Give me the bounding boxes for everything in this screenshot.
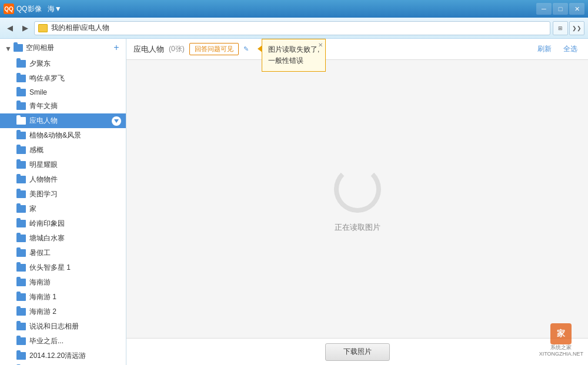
sidebar-item-label: 岭南印象园: [29, 219, 65, 229]
back-button[interactable]: ◀: [4, 21, 16, 36]
folder-icon: [16, 117, 26, 125]
sidebar-item[interactable]: 明星耀眼: [0, 158, 126, 172]
toolbar-right: ⊞ ❯❯: [553, 21, 584, 35]
forward-button[interactable]: ▶: [19, 21, 32, 36]
select-all-button[interactable]: 全选: [560, 43, 581, 55]
sidebar-item[interactable]: 植物&动物&风景: [0, 128, 126, 143]
folder-icon: [16, 205, 26, 213]
sidebar-item[interactable]: 塘城白水寨: [0, 231, 126, 246]
sidebar-item-label: 暑假工: [29, 248, 51, 258]
sidebar-item-label: 海南游 1: [29, 292, 56, 302]
sidebar-item-label: 伙头智多星 1: [29, 263, 71, 273]
sidebar-item-label: 海南游 2: [29, 307, 56, 317]
app-name-text: QQ影像: [16, 5, 42, 13]
minimize-button[interactable]: ─: [536, 3, 552, 15]
sidebar-item[interactable]: 鸣佐卓罗飞: [0, 71, 126, 86]
issue-button[interactable]: 回答问题可见: [189, 43, 239, 55]
sidebar-item-label: 明星耀眼: [29, 160, 58, 170]
sidebar-item-label: 海南游: [29, 277, 51, 287]
sidebar-item[interactable]: 海南游 1: [0, 290, 126, 304]
folder-icon: [16, 89, 26, 96]
folder-icon: [16, 220, 26, 227]
content-area: 图片读取失败了, 一般性错误 应电人物 (0张) 回答问题可见 ✎ 刷新 全选 …: [126, 39, 588, 365]
main-content: ▼ 空间相册 + 夕聚东鸣佐卓罗飞Smile青年文摘应电人物植物&动物&风景感概…: [0, 39, 588, 365]
image-area: 正在读取图片: [126, 60, 588, 338]
sidebar-item[interactable]: 2014.12.20清远游: [0, 349, 126, 363]
address-text: 我的相册\应电人物: [51, 23, 109, 33]
sidebar-item[interactable]: 美图学习: [0, 187, 126, 202]
sidebar-item[interactable]: 家: [0, 202, 126, 216]
sidebar-item-label: 2014.12.20清远游: [29, 351, 86, 361]
folder-icon: [16, 279, 26, 286]
sidebar-item-label: 塘城白水寨: [29, 233, 65, 243]
section-folder-icon: [13, 42, 24, 53]
sidebar-section-header[interactable]: ▼ 空间相册 +: [0, 39, 126, 56]
folder-icon: [16, 102, 26, 110]
sidebar-item-label: 植物&动物&风景: [29, 130, 81, 140]
folder-icon: [16, 293, 26, 301]
address-bar[interactable]: 我的相册\应电人物: [34, 21, 550, 35]
sidebar: ▼ 空间相册 + 夕聚东鸣佐卓罗飞Smile青年文摘应电人物植物&动物&风景感概…: [0, 39, 126, 365]
sidebar-item-label: Smile: [29, 88, 47, 96]
watermark-text: 系统之家XITONGZHIA.NET: [539, 344, 583, 358]
bottom-bar: 下载照片: [126, 338, 588, 365]
sidebar-item[interactable]: 暑假工: [0, 246, 126, 260]
folder-icon: [16, 235, 26, 242]
album-count: (0张): [169, 44, 185, 54]
download-badge: [112, 116, 121, 126]
add-album-button[interactable]: +: [112, 43, 121, 52]
app-logo: QQ: [4, 4, 14, 14]
collapse-arrow-icon: ▼: [5, 45, 11, 51]
popup-triangle: [258, 45, 262, 52]
folder-icon: [16, 249, 26, 257]
menu-item[interactable]: 海▼: [48, 5, 62, 13]
error-line1: 图片读取失败了,: [268, 44, 319, 55]
title-bar: QQ QQ影像 海▼ ─ □ ✕: [0, 0, 588, 18]
grid-button-2[interactable]: ❯❯: [569, 21, 584, 35]
sidebar-item[interactable]: 青年文摘: [0, 99, 126, 113]
folder-icon: [16, 75, 26, 82]
folder-icon: [16, 146, 26, 154]
sidebar-item[interactable]: 海南游: [0, 275, 126, 290]
folder-icon: [16, 161, 26, 169]
refresh-button[interactable]: 刷新: [534, 43, 555, 55]
issue-btn-label: 回答问题可见: [195, 45, 233, 53]
sidebar-item[interactable]: 感概: [0, 143, 126, 158]
app-title: QQ影像 海▼: [16, 4, 536, 14]
download-button[interactable]: 下载照片: [325, 343, 390, 361]
sidebar-item-label: 鸣佐卓罗飞: [29, 73, 65, 83]
loading-text: 正在读取图片: [335, 222, 380, 233]
sidebar-item[interactable]: Smile: [0, 86, 126, 99]
sidebar-items-container: 夕聚东鸣佐卓罗飞Smile青年文摘应电人物植物&动物&风景感概明星耀眼人物物件美…: [0, 56, 126, 365]
edit-icon[interactable]: ✎: [243, 45, 249, 53]
folder-icon: [16, 176, 26, 183]
sidebar-item-label: 说说和日志相册: [29, 322, 79, 331]
album-title: 应电人物: [133, 44, 164, 55]
content-actions: 刷新 全选: [534, 43, 581, 55]
sidebar-item-label: 美图学习: [29, 189, 58, 199]
sidebar-item-label: 家: [29, 204, 36, 214]
sidebar-item[interactable]: 毕业之后...: [0, 334, 126, 349]
folder-icon: [16, 132, 26, 139]
grid-button-1[interactable]: ⊞: [553, 21, 568, 35]
sidebar-item[interactable]: 人物物件: [0, 172, 126, 187]
folder-icon: [16, 323, 26, 330]
section-label: 空间相册: [26, 43, 54, 53]
sidebar-item[interactable]: 海南游 2: [0, 304, 126, 319]
sidebar-item[interactable]: 夕聚东: [0, 56, 126, 71]
sidebar-item-label: 毕业之后...: [29, 336, 64, 346]
sidebar-item-label: 夕聚东: [29, 59, 51, 69]
close-button[interactable]: ✕: [569, 3, 584, 15]
sidebar-item[interactable]: 应电人物: [0, 113, 126, 128]
folder-icon: [16, 352, 26, 360]
sidebar-item[interactable]: 说说和日志相册: [0, 319, 126, 334]
restore-button[interactable]: □: [553, 3, 568, 15]
folder-icon: [16, 337, 26, 345]
folder-icon: [16, 190, 26, 198]
sidebar-item-label: 感概: [29, 145, 44, 155]
sidebar-item-label: 青年文摘: [29, 101, 58, 111]
sidebar-item[interactable]: 伙头智多星 1: [0, 260, 126, 275]
sidebar-item[interactable]: 岭南印象园: [0, 216, 126, 231]
error-popup: 图片读取失败了, 一般性错误: [262, 39, 326, 72]
sidebar-item-label: 人物物件: [29, 175, 58, 185]
